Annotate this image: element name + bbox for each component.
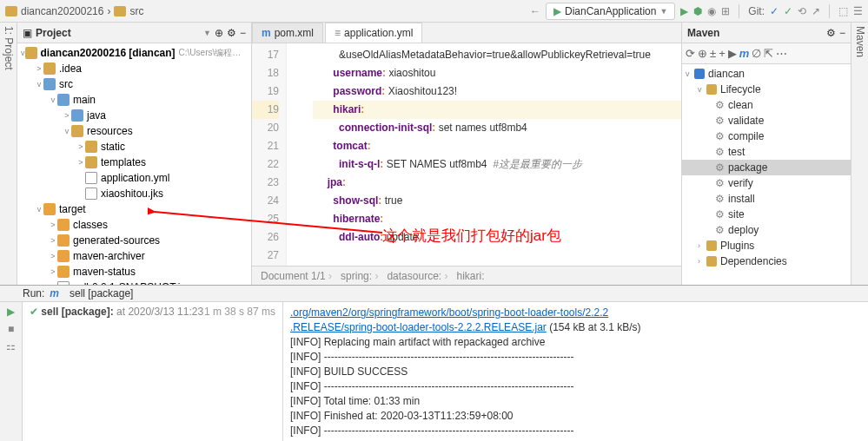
- maven-goal-test[interactable]: ⚙test: [682, 144, 851, 160]
- gear-icon: ⚙: [715, 208, 725, 220]
- maven-panel: Maven ⚙ − ⟳ ⊕ ± + ▶ m ∅ ⇱ ⋯ v diancan v …: [681, 23, 851, 285]
- tree-item[interactable]: vmain: [17, 92, 251, 108]
- maven-goal-compile[interactable]: ⚙compile: [682, 128, 851, 144]
- run-config-selector[interactable]: ▶ DianCanApplication ▼: [546, 3, 675, 20]
- tree-path: C:\Users\编程小石头\Desktop\diancan...: [179, 47, 248, 59]
- filter-icon[interactable]: ⚏: [6, 340, 16, 352]
- tab-application-yml[interactable]: ≡ application.yml: [325, 23, 422, 43]
- add-icon[interactable]: +: [719, 47, 726, 60]
- debug-icon[interactable]: ⬢: [693, 5, 702, 17]
- update-icon[interactable]: ✓: [770, 5, 779, 17]
- tree-label: target: [59, 203, 86, 215]
- maven-label: Lifecycle: [720, 83, 761, 95]
- tab-project[interactable]: 1: Project: [3, 26, 15, 70]
- maven-lifecycle[interactable]: v Lifecycle: [682, 82, 851, 97]
- status-crumb: Document 1/1: [261, 270, 332, 282]
- tree-label: maven-status: [73, 266, 136, 278]
- folder-orange-icon: [57, 266, 70, 278]
- reload-icon[interactable]: ⟳: [686, 47, 695, 60]
- run-tab-label[interactable]: sell [package]: [63, 286, 140, 301]
- tree-item[interactable]: >classes: [17, 217, 251, 233]
- tree-item[interactable]: >.idea: [17, 61, 251, 76]
- hide-icon[interactable]: −: [240, 27, 246, 39]
- status-crumb[interactable]: hikari:: [457, 270, 485, 282]
- folder-icon: [114, 6, 126, 16]
- maven-dependencies[interactable]: › Dependencies: [682, 253, 851, 269]
- tree-item[interactable]: sell-0.0.1-SNAPSHOT.jar: [17, 280, 251, 285]
- status-crumb[interactable]: datasource:: [387, 270, 447, 282]
- tree-label: maven-archiver: [73, 250, 145, 262]
- tree-root[interactable]: v diancan20200216 [diancan] C:\Users\编程小…: [17, 45, 251, 61]
- maven-goal-clean[interactable]: ⚙clean: [682, 97, 851, 113]
- tree-label: resources: [87, 125, 133, 137]
- maven-plugins[interactable]: › Plugins: [682, 238, 851, 253]
- maven-goal-package[interactable]: ⚙package: [682, 160, 851, 175]
- maven-root[interactable]: v diancan: [682, 66, 851, 82]
- breadcrumb[interactable]: diancan20200216 › src: [5, 5, 143, 17]
- file-icon: [85, 188, 97, 200]
- tree-item[interactable]: application.yml: [17, 170, 251, 186]
- back-icon[interactable]: ←: [530, 5, 540, 17]
- left-tool-strip[interactable]: 1: Project: [0, 23, 17, 285]
- tree-label: classes: [73, 219, 108, 231]
- tab-maven[interactable]: Maven: [854, 26, 866, 57]
- maven-tree[interactable]: v diancan v Lifecycle ⚙clean⚙validate⚙co…: [682, 64, 851, 285]
- generate-icon[interactable]: ⊕: [698, 47, 707, 60]
- run-icon[interactable]: ▶: [728, 47, 737, 60]
- history-icon[interactable]: ⟲: [798, 5, 806, 17]
- tree-item[interactable]: >templates: [17, 155, 251, 170]
- git-label: Git:: [748, 5, 765, 17]
- maven-goal-deploy[interactable]: ⚙deploy: [682, 222, 851, 238]
- tree-item[interactable]: >generated-sources: [17, 233, 251, 248]
- tree-item[interactable]: vtarget: [17, 201, 251, 217]
- maven-goal-label: package: [728, 161, 767, 174]
- hide-icon[interactable]: −: [839, 27, 845, 39]
- maven-goal-install[interactable]: ⚙install: [682, 191, 851, 207]
- skip-icon[interactable]: ∅: [752, 47, 761, 60]
- gear-icon[interactable]: ⚙: [227, 27, 236, 39]
- maven-goal-site[interactable]: ⚙site: [682, 207, 851, 222]
- run-status: sell [package]:: [41, 306, 113, 318]
- toggle-icon[interactable]: m: [739, 47, 750, 60]
- status-crumb[interactable]: spring:: [341, 270, 378, 282]
- maven-label: diancan: [708, 68, 745, 80]
- maven-goal-verify[interactable]: ⚙verify: [682, 175, 851, 191]
- project-tree[interactable]: v diancan20200216 [diancan] C:\Users\编程小…: [17, 43, 251, 285]
- tree-item[interactable]: >java: [17, 108, 251, 123]
- folder-icon: [5, 6, 17, 16]
- commit-icon[interactable]: ✓: [784, 5, 792, 17]
- collapse-icon[interactable]: ⊕: [215, 27, 223, 39]
- chevron-down-icon[interactable]: ▼: [203, 29, 211, 37]
- maven-goal-validate[interactable]: ⚙validate: [682, 113, 851, 128]
- profiler-icon[interactable]: ⊞: [721, 5, 730, 17]
- tree-item[interactable]: xiaoshitou.jks: [17, 186, 251, 201]
- editor-breadcrumb: Document 1/1 spring: datasource: hikari:: [252, 266, 681, 285]
- breadcrumb-root[interactable]: diancan20200216: [21, 5, 103, 17]
- folder-blue-icon: [57, 94, 70, 106]
- collapse-icon[interactable]: ⇱: [764, 47, 773, 60]
- stop-icon[interactable]: ■: [8, 323, 14, 335]
- rerun-icon[interactable]: ▶: [7, 306, 15, 318]
- push-icon[interactable]: ↗: [812, 5, 820, 17]
- settings-icon[interactable]: ☰: [853, 5, 863, 17]
- editor-margin: [287, 43, 313, 266]
- breadcrumb-item[interactable]: src: [129, 5, 143, 17]
- search-icon[interactable]: ⬚: [838, 5, 848, 17]
- folder-orange-icon: [57, 234, 70, 247]
- gear-icon[interactable]: ⚙: [826, 27, 836, 39]
- tree-label: .idea: [59, 63, 82, 75]
- console-output[interactable]: .org/maven2/org/springframework/boot/spr…: [283, 302, 868, 441]
- run-tree[interactable]: ✔ sell [package]: at 2020/3/13 11:23 1 m…: [23, 302, 283, 441]
- tree-item[interactable]: >static: [17, 139, 251, 155]
- download-icon[interactable]: ±: [710, 47, 716, 60]
- tab-pom[interactable]: m pom.xml: [252, 23, 323, 43]
- more-icon[interactable]: ⋯: [776, 47, 787, 60]
- tree-item[interactable]: vsrc: [17, 76, 251, 92]
- tree-item[interactable]: >maven-archiver: [17, 248, 251, 264]
- right-tool-strip[interactable]: Maven: [851, 23, 868, 285]
- tree-item[interactable]: vresources: [17, 123, 251, 139]
- coverage-icon[interactable]: ◉: [707, 5, 716, 17]
- run-icon[interactable]: ▶: [680, 5, 688, 17]
- tree-item[interactable]: >maven-status: [17, 264, 251, 280]
- gear-icon: ⚙: [715, 193, 725, 205]
